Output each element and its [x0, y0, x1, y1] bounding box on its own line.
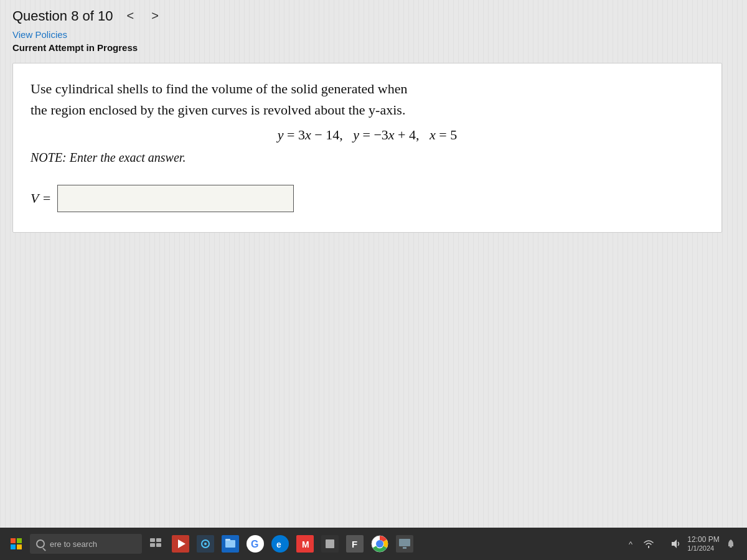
- svg-point-12: [204, 543, 207, 545]
- taskbar-search-bar[interactable]: ere to search: [30, 534, 142, 554]
- up-arrow-icon[interactable]: ^: [629, 539, 632, 549]
- volume-icon[interactable]: [665, 533, 687, 555]
- svg-rect-7: [156, 543, 161, 547]
- tray-icons: ^: [629, 539, 632, 549]
- chrome-icon[interactable]: [369, 533, 391, 555]
- svg-marker-32: [672, 539, 677, 548]
- svg-rect-1: [17, 538, 22, 543]
- equation-text: y = 3x − 14, y = −3x + 4, x = 5: [278, 127, 457, 142]
- notification-icon[interactable]: [720, 533, 742, 555]
- svg-rect-3: [17, 544, 22, 549]
- question-box: Use cylindrical shells to find the volum…: [12, 63, 722, 233]
- svg-rect-14: [225, 540, 235, 548]
- view-policies-link[interactable]: View Policies: [12, 29, 735, 40]
- app-f-icon[interactable]: F: [344, 533, 366, 555]
- svg-rect-33: [730, 546, 732, 548]
- svg-rect-6: [150, 543, 155, 547]
- answer-row: V =: [31, 185, 704, 212]
- question-text: Use cylindrical shells to find the volum…: [31, 78, 704, 121]
- svg-text:M: M: [302, 539, 309, 549]
- svg-rect-5: [156, 538, 161, 542]
- taskbar: ere to search G: [0, 528, 747, 560]
- current-attempt-label: Current Attempt in Progress: [12, 42, 735, 53]
- question-counter: Question 8 of 10: [12, 8, 113, 24]
- edge-icon[interactable]: e: [269, 533, 291, 555]
- prev-question-button[interactable]: <: [123, 7, 138, 24]
- system-tray: ^ 12:00 PM1/1/2024: [629, 533, 742, 555]
- answer-label: V =: [31, 190, 51, 207]
- question-header: Question 8 of 10 < >: [12, 7, 735, 24]
- svg-rect-30: [399, 539, 410, 546]
- search-icon: [36, 539, 45, 548]
- question-line2: the region enclosed by the given curves …: [31, 102, 405, 118]
- media-player-icon[interactable]: [169, 533, 192, 555]
- svg-rect-31: [403, 547, 406, 549]
- mail-icon[interactable]: M: [294, 533, 316, 555]
- wifi-icon[interactable]: [637, 533, 660, 555]
- search-text: ere to search: [50, 539, 97, 549]
- monitor-icon[interactable]: [393, 533, 416, 555]
- svg-text:e: e: [276, 539, 281, 549]
- task-view-button[interactable]: [144, 533, 167, 555]
- svg-rect-4: [150, 538, 155, 542]
- svg-rect-15: [225, 539, 230, 541]
- google-icon[interactable]: G: [244, 533, 266, 555]
- files2-icon[interactable]: [319, 533, 341, 555]
- clock-tray[interactable]: 12:00 PM1/1/2024: [692, 533, 715, 555]
- answer-input[interactable]: [57, 185, 294, 212]
- svg-text:F: F: [352, 539, 357, 549]
- equation-display: y = 3x − 14, y = −3x + 4, x = 5: [31, 127, 704, 143]
- files-icon[interactable]: [219, 533, 242, 555]
- svg-rect-2: [11, 544, 16, 549]
- note-text: NOTE: Enter the exact answer.: [31, 151, 704, 165]
- start-button[interactable]: [5, 533, 27, 555]
- svg-rect-0: [11, 538, 16, 543]
- audio-icon[interactable]: [194, 533, 217, 555]
- next-question-button[interactable]: >: [148, 7, 162, 24]
- svg-rect-23: [326, 539, 334, 548]
- question-line1: Use cylindrical shells to find the volum…: [31, 81, 407, 96]
- svg-text:G: G: [251, 539, 258, 549]
- svg-point-28: [377, 541, 382, 546]
